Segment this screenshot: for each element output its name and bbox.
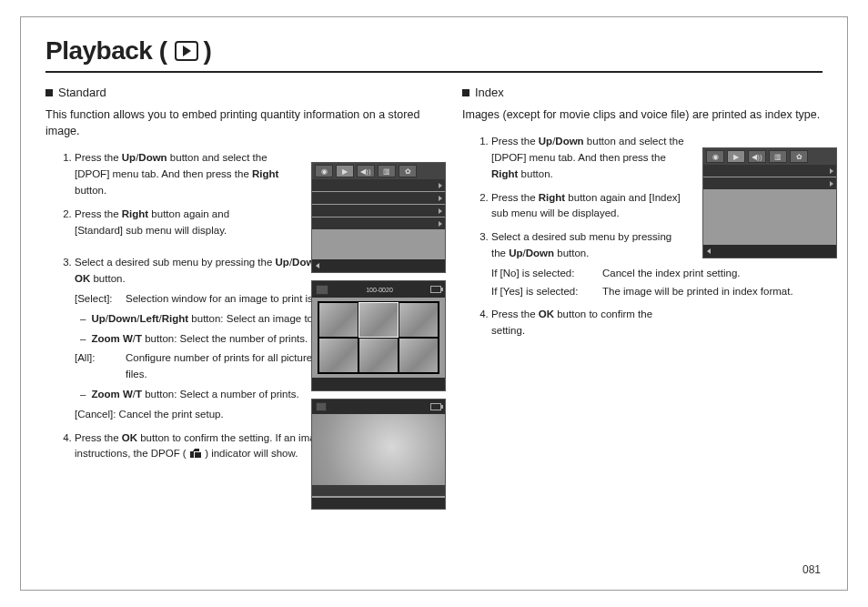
overlay-bar [312,485,445,496]
tab-icon-play: ▶ [727,150,745,163]
play-mode-icon [316,285,328,295]
tab-icon-display: ▥ [378,165,396,177]
menu-row [312,192,445,204]
thumb-bottom-bar [312,378,445,390]
chevron-right-icon [439,183,442,188]
file-counter: 100-0020 [366,287,393,293]
page-number: 081 [802,563,821,576]
playback-icon [175,41,198,61]
thumbnail [399,303,438,337]
back-icon [316,263,319,268]
camera-screen-single [311,399,446,510]
thumbnail-grid [318,301,439,374]
camera-screen-thumbnails: 100-0020 [311,280,446,391]
camera-screen-menu: ◉ ▶ ◀)) ▥ ✿ [311,162,446,273]
play-mode-icon [316,402,327,411]
menu-tabbar: ◉ ▶ ◀)) ▥ ✿ [703,148,836,165]
thumbnail [319,339,358,372]
dpof-indicator-icon [189,448,202,459]
tab-icon-sound: ◀)) [748,150,766,163]
menu-row [312,218,445,229]
menu-row [312,179,445,191]
tab-icon-play: ▶ [336,165,354,177]
chevron-right-icon [439,221,442,227]
overlay-bar [312,498,445,509]
camera-screens-right: ◉ ▶ ◀)) ▥ ✿ [702,147,837,258]
thumbnail [319,303,358,337]
thumbnail [359,339,398,372]
tab-icon-settings: ✿ [399,165,417,177]
battery-icon [430,403,441,410]
back-icon [707,248,711,254]
tab-icon-camera: ◉ [315,165,333,177]
chevron-right-icon [439,196,442,201]
menu-tabbar: ◉ ▶ ◀)) ▥ ✿ [312,163,445,179]
tab-icon-settings: ✿ [790,150,808,163]
camera-screens-left: ◉ ▶ ◀)) ▥ ✿ 100-0020 [311,162,446,510]
menu-bottom-bar [312,259,445,272]
menu-row [312,205,445,217]
camera-screen-menu-index: ◉ ▶ ◀)) ▥ ✿ [702,147,837,258]
tab-icon-display: ▥ [769,150,787,163]
battery-icon [430,286,441,293]
photo-preview [312,414,445,496]
thumbnail-selected [359,303,398,337]
menu-row [703,177,836,189]
tab-icon-camera: ◉ [706,150,724,163]
chevron-right-icon [830,168,833,174]
chevron-right-icon [439,208,442,214]
menu-row [703,165,836,177]
menu-bottom-bar [703,245,836,258]
thumbnail [399,339,438,372]
tab-icon-sound: ◀)) [357,165,375,177]
chevron-right-icon [830,181,833,187]
